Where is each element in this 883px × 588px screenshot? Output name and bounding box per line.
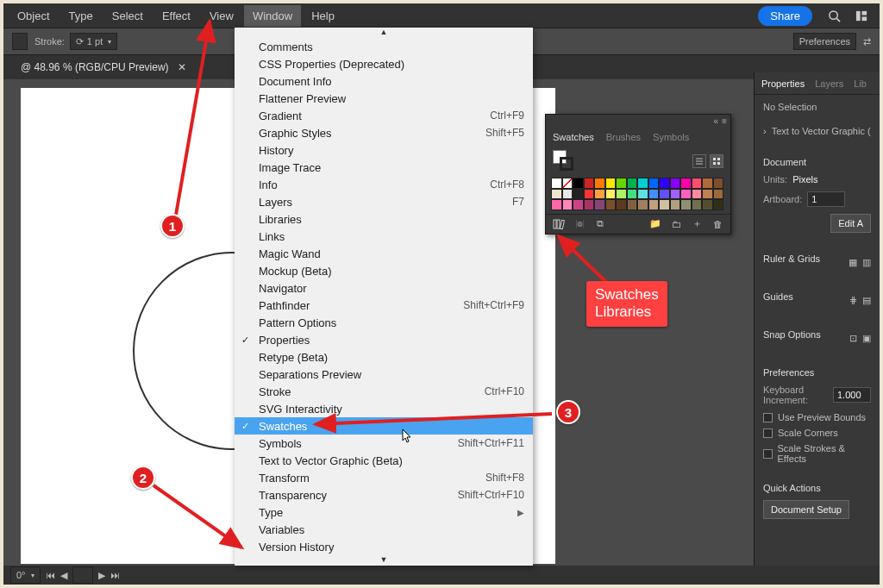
swatch-cell[interactable] (573, 189, 584, 200)
menu-item-pathfinder[interactable]: PathfinderShift+Ctrl+F9 (235, 297, 533, 314)
swatch-cell[interactable] (680, 178, 692, 189)
swatch-cell[interactable] (627, 189, 638, 200)
swatch-options-icon[interactable]: ⧉ (592, 218, 608, 230)
dropdown-scroll-down-icon[interactable]: ▼ (235, 555, 533, 566)
menu-item-flattener-preview[interactable]: Flattener Preview (235, 90, 533, 107)
menu-item-css-properties-deprecated-[interactable]: CSS Properties (Deprecated) (235, 55, 533, 72)
swatch-cell[interactable] (648, 189, 660, 200)
menu-item-info[interactable]: InfoCtrl+F8 (235, 176, 533, 193)
menu-item-transform[interactable]: TransformShift+F8 (235, 469, 533, 486)
menu-item-text-to-vector-graphic-beta-[interactable]: Text to Vector Graphic (Beta) (235, 452, 533, 469)
menu-item-stroke[interactable]: StrokeCtrl+F10 (235, 383, 533, 400)
swatch-cell[interactable] (659, 178, 670, 189)
swatch-cell[interactable] (702, 199, 713, 210)
keyboard-increment-input[interactable]: 1.000 (833, 387, 871, 403)
units-value[interactable]: Pixels (792, 174, 817, 185)
swatch-cell[interactable] (713, 189, 724, 200)
panel-menu-icon[interactable]: ≡ (722, 116, 727, 126)
swatches-panel[interactable]: « ≡ Swatches Brushes Symbols 🀙 ⧉ 📁 🗀 ＋ (545, 114, 731, 235)
swatch-cell[interactable] (594, 199, 605, 210)
swatch-cell[interactable] (573, 178, 584, 189)
menu-item-history[interactable]: History (235, 141, 533, 159)
scale-corners-checkbox[interactable]: Scale Corners (763, 428, 871, 438)
fill-stroke-indicator[interactable] (553, 150, 575, 172)
guides-icon[interactable]: ⋕ (849, 295, 857, 306)
menu-window[interactable]: Window (244, 5, 301, 27)
panel-tab-layers[interactable]: Layers (815, 78, 843, 89)
menu-item-layers[interactable]: LayersF7 (235, 193, 533, 210)
menu-item-symbols[interactable]: SymbolsShift+Ctrl+F11 (235, 435, 533, 452)
menu-item-navigator[interactable]: Navigator (235, 279, 533, 297)
menu-select[interactable]: Select (103, 5, 152, 27)
dropdown-scroll-up-icon[interactable]: ▲ (235, 28, 533, 38)
swatch-cell[interactable] (670, 189, 681, 200)
swatch-cell[interactable] (659, 189, 670, 200)
nav-prev-icon[interactable]: ◀ (60, 570, 67, 581)
swatch-cell[interactable] (616, 199, 627, 210)
swatch-cell[interactable] (713, 199, 724, 210)
nav-first-icon[interactable]: ⏮ (46, 570, 55, 580)
swatch-cell[interactable] (605, 189, 617, 200)
guides-lock-icon[interactable]: ▤ (862, 295, 871, 306)
swatch-cell[interactable] (637, 199, 648, 210)
swatch-cell[interactable] (670, 178, 681, 189)
menu-item-swatches[interactable]: ✓Swatches (235, 417, 533, 435)
menu-item-mockup-beta-[interactable]: Mockup (Beta) (235, 262, 533, 279)
panel-tab-properties[interactable]: Properties (761, 78, 805, 89)
swatch-cell[interactable] (594, 178, 605, 189)
menu-item-graphic-styles[interactable]: Graphic StylesShift+F5 (235, 124, 533, 141)
swatch-cell[interactable] (713, 178, 724, 189)
swatch-cell[interactable] (594, 189, 605, 200)
preferences-button[interactable]: Preferences (793, 33, 856, 50)
search-icon[interactable] (824, 6, 843, 25)
menu-item-libraries[interactable]: Libraries (235, 210, 533, 228)
menu-item-version-history[interactable]: Version History (235, 538, 533, 555)
swatch-list-view-icon[interactable] (692, 154, 706, 168)
menu-item-links[interactable]: Links (235, 228, 533, 245)
text-to-vector-row[interactable]: ›Text to Vector Graphic ( (755, 119, 880, 143)
swatch-cell[interactable] (648, 178, 660, 189)
swatch-cell[interactable] (627, 199, 638, 210)
artboard-index-input[interactable]: 1 (807, 191, 845, 207)
stroke-value-input[interactable]: ⟳1 pt▾ (70, 33, 117, 50)
menu-item-transparency[interactable]: TransparencyShift+Ctrl+F10 (235, 486, 533, 504)
menu-item-comments[interactable]: Comments (235, 38, 533, 55)
swatch-libraries-icon[interactable] (551, 218, 567, 230)
swatch-cell[interactable] (670, 199, 681, 210)
nav-last-icon[interactable]: ⏭ (110, 570, 120, 580)
menu-item-magic-wand[interactable]: Magic Wand (235, 245, 533, 262)
swatch-cell[interactable] (551, 199, 562, 210)
panel-tab-brushes[interactable]: Brushes (606, 132, 641, 142)
menu-item-retype-beta-[interactable]: Retype (Beta) (235, 348, 533, 366)
new-swatch-icon[interactable]: ＋ (689, 218, 705, 230)
document-setup-button[interactable]: Document Setup (763, 500, 849, 519)
menu-item-gradient[interactable]: GradientCtrl+F9 (235, 107, 533, 124)
swatch-cell[interactable] (616, 189, 627, 200)
swatch-cell[interactable] (584, 199, 595, 210)
share-button[interactable]: Share (758, 6, 812, 26)
swatch-cell[interactable] (692, 178, 703, 189)
artboard-index-input[interactable] (72, 566, 93, 584)
nav-next-icon[interactable]: ▶ (98, 570, 105, 581)
swatch-cell[interactable] (627, 178, 638, 189)
swatch-cell[interactable] (562, 199, 573, 210)
swatch-cell[interactable] (562, 189, 573, 200)
status-rotation[interactable]: 0°▾ (10, 566, 41, 584)
swatch-cell[interactable] (605, 178, 617, 189)
use-preview-bounds-checkbox[interactable]: Use Preview Bounds (763, 412, 871, 422)
scale-strokes-checkbox[interactable]: Scale Strokes & Effects (763, 443, 871, 464)
menu-item-document-info[interactable]: Document Info (235, 72, 533, 90)
panel-tab-swatches[interactable]: Swatches (553, 132, 594, 142)
new-color-group-icon[interactable]: 📁 (648, 218, 663, 230)
ruler-icon[interactable]: ▦ (849, 257, 857, 268)
swatch-cell[interactable] (692, 199, 703, 210)
swatch-cell[interactable] (584, 189, 595, 200)
menu-item-svg-interactivity[interactable]: SVG Interactivity (235, 400, 533, 417)
swatch-grid-view-icon[interactable] (710, 154, 723, 168)
new-swatch-folder-icon[interactable]: 🗀 (668, 218, 684, 230)
menu-item-type[interactable]: Type▶ (235, 504, 533, 521)
swatch-cell[interactable] (637, 178, 648, 189)
swatch-cell[interactable] (648, 199, 660, 210)
swatch-cell[interactable] (680, 199, 692, 210)
menu-item-properties[interactable]: ✓Properties (235, 331, 533, 348)
